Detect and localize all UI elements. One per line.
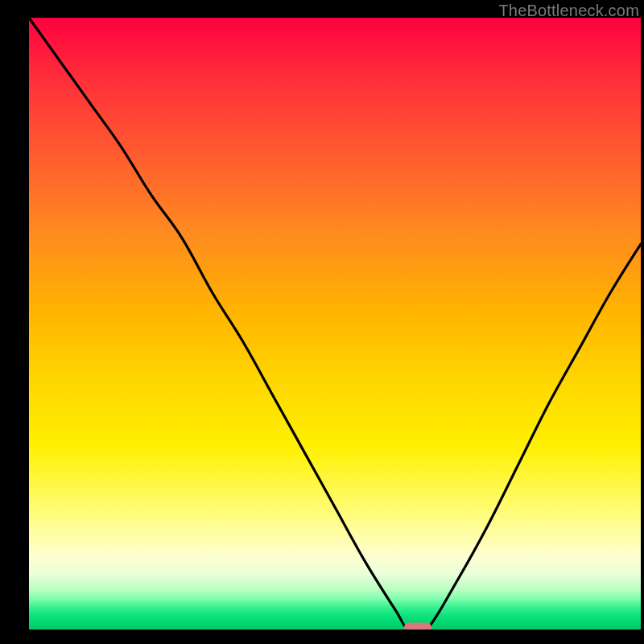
watermark-text: TheBottleneck.com <box>498 2 639 20</box>
optimum-marker <box>404 623 431 630</box>
curve-svg <box>29 18 641 630</box>
plot-area <box>29 18 641 630</box>
bottleneck-curve-path <box>29 18 641 630</box>
chart-frame: TheBottleneck.com <box>0 0 644 644</box>
